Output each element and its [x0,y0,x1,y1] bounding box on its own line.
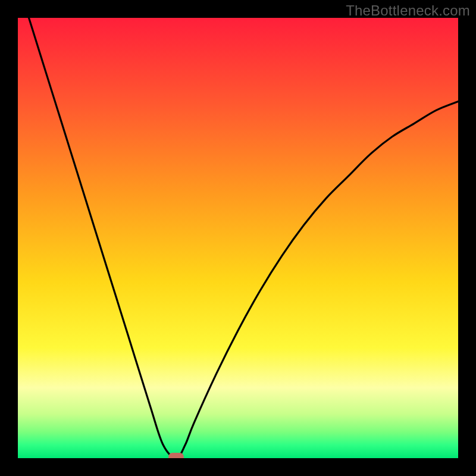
chart-frame: TheBottleneck.com [0,0,476,476]
attribution-label: TheBottleneck.com [346,2,470,19]
optimum-marker [168,453,184,458]
bottleneck-curve [18,18,458,458]
plot-area [18,18,458,458]
